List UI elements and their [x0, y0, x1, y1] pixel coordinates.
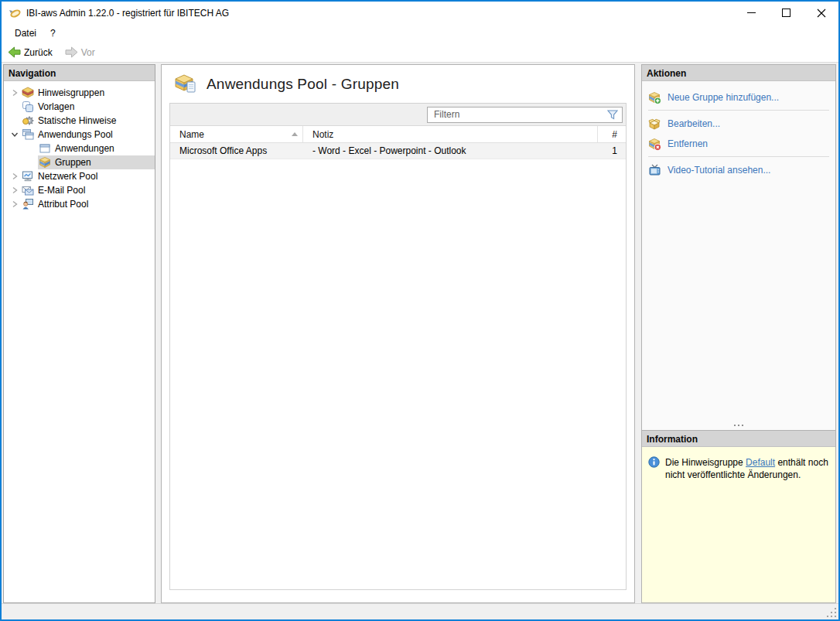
- back-button[interactable]: Zurück: [5, 45, 55, 60]
- table-row[interactable]: Microsoft Office Apps - Word - Excel - P…: [170, 143, 626, 159]
- tree-item-gruppen[interactable]: Gruppen: [4, 155, 155, 169]
- page-title: Anwendungs Pool - Gruppen: [207, 76, 399, 93]
- forward-button[interactable]: Vor: [63, 45, 97, 60]
- tree-item-hinweisgruppen[interactable]: Hinweisgruppen: [4, 86, 155, 100]
- close-icon: [817, 9, 826, 18]
- templates-icon: [22, 101, 34, 113]
- tree-item-label: Hinweisgruppen: [38, 87, 104, 98]
- forward-arrow-icon: [65, 46, 78, 58]
- action-video-tutorial[interactable]: Video-Tutorial ansehen...: [648, 160, 829, 180]
- menu-item-help[interactable]: ?: [43, 26, 63, 41]
- tree-item-label: Anwendungen: [55, 143, 114, 154]
- tree-item-label: Gruppen: [55, 157, 91, 168]
- info-icon: [648, 456, 660, 468]
- edit-group-icon: [648, 118, 661, 131]
- column-header-count[interactable]: #: [598, 126, 626, 142]
- tree-item-email-pool[interactable]: E-Mail Pool: [4, 183, 155, 197]
- action-add-group[interactable]: Neue Gruppe hinzufügen...: [648, 87, 829, 107]
- filter-box: [427, 107, 623, 123]
- cell-name: Microsoft Office Apps: [170, 145, 303, 156]
- tree-item-label: Anwendungs Pool: [38, 129, 113, 140]
- application-pool-icon: [22, 128, 34, 141]
- tree-item-vorlagen[interactable]: Vorlagen: [4, 100, 155, 114]
- actions-panel: Aktionen: [641, 64, 836, 431]
- back-arrow-icon: [8, 46, 21, 58]
- groups-table: Name Notiz # Microsoft Office Apps - Wor…: [169, 103, 627, 590]
- tree-item-label: Vorlagen: [38, 101, 74, 112]
- cell-notiz: - Word - Excel - Powerpoint - Outlook: [303, 145, 598, 156]
- tree-item-label: Netzwerk Pool: [38, 171, 97, 182]
- tree-item-anwendungs-pool[interactable]: Anwendungs Pool: [4, 128, 155, 142]
- column-header-label: #: [612, 129, 617, 140]
- actions-separator: [648, 156, 829, 157]
- action-label: Entfernen: [668, 138, 708, 149]
- filter-icon[interactable]: [607, 110, 618, 120]
- actions-panel-header: Aktionen: [642, 65, 835, 81]
- tree-item-statische-hinweise[interactable]: Statische Hinweise: [4, 114, 155, 128]
- column-header-label: Notiz: [312, 129, 333, 140]
- remove-group-icon: [648, 138, 661, 151]
- attribute-pool-icon: [22, 198, 34, 210]
- tree-item-label: Attribut Pool: [38, 199, 88, 210]
- cell-count: 1: [598, 145, 626, 156]
- main-panel: Anwendungs Pool - Gruppen: [161, 64, 635, 603]
- filter-bar: [170, 104, 626, 126]
- forward-label: Vor: [81, 47, 95, 58]
- menu-item-datei[interactable]: Datei: [8, 26, 43, 41]
- chevron-collapsed-icon[interactable]: [9, 198, 21, 210]
- tree-item-netzwerk-pool[interactable]: Netzwerk Pool: [4, 169, 155, 183]
- actions-separator: [648, 110, 829, 111]
- close-button[interactable]: [804, 2, 838, 24]
- groups-icon: [39, 156, 51, 169]
- maximize-button[interactable]: [769, 2, 804, 24]
- notice-groups-icon: [22, 87, 34, 99]
- resize-grip[interactable]: [827, 608, 837, 618]
- nav-main-splitter[interactable]: [155, 64, 161, 603]
- sort-ascending-icon: [292, 132, 298, 136]
- maximize-icon: [782, 9, 790, 17]
- app-icon: [8, 7, 22, 19]
- column-header-label: Name: [179, 129, 204, 140]
- applications-icon: [39, 142, 51, 155]
- video-tutorial-icon: [648, 164, 661, 177]
- minimize-button[interactable]: [734, 2, 769, 24]
- default-group-link[interactable]: Default: [746, 457, 775, 468]
- action-label: Neue Gruppe hinzufügen...: [668, 92, 779, 103]
- action-remove[interactable]: Entfernen: [648, 134, 829, 154]
- navigation-panel: Navigation Hinweis: [3, 64, 155, 603]
- content-area: Navigation Hinweis: [2, 63, 838, 603]
- status-bar: [2, 603, 838, 619]
- tree-item-label: E-Mail Pool: [38, 185, 85, 196]
- action-label: Video-Tutorial ansehen...: [668, 165, 770, 176]
- minimize-icon: [747, 9, 756, 17]
- navigation-toolbar: Zurück Vor: [2, 43, 838, 63]
- navigation-panel-header: Navigation: [4, 65, 155, 81]
- column-header-notiz[interactable]: Notiz: [303, 126, 598, 142]
- email-pool-icon: [22, 184, 34, 196]
- menu-bar: Datei ?: [2, 24, 838, 43]
- title-bar: IBI-aws Admin 1.22.0 - registriert für I…: [2, 2, 838, 24]
- static-notices-icon: [22, 114, 34, 127]
- chevron-expanded-icon[interactable]: [9, 128, 21, 141]
- chevron-collapsed-icon[interactable]: [9, 170, 21, 183]
- app-window: IBI-aws Admin 1.22.0 - registriert für I…: [0, 0, 840, 621]
- column-header-name[interactable]: Name: [170, 126, 303, 142]
- filter-input[interactable]: [428, 108, 607, 121]
- navigation-tree: Hinweisgruppen Vorlagen: [4, 81, 155, 211]
- tree-item-attribut-pool[interactable]: Attribut Pool: [4, 197, 155, 211]
- main-actions-splitter[interactable]: [635, 64, 641, 603]
- tree-item-anwendungen[interactable]: Anwendungen: [4, 142, 155, 155]
- information-message: Die Hinweisgruppe Default enthält noch n…: [665, 456, 829, 481]
- table-header-row: Name Notiz #: [170, 126, 626, 143]
- back-label: Zurück: [24, 47, 53, 58]
- table-empty-area: [170, 159, 626, 589]
- selected-tree-row: Gruppen: [38, 155, 155, 169]
- information-panel: Information Die Hinweisgruppe Default en…: [641, 431, 836, 603]
- group-package-icon: [174, 73, 197, 94]
- chevron-collapsed-icon[interactable]: [9, 184, 21, 196]
- page-title-block: Anwendungs Pool - Gruppen: [162, 65, 634, 101]
- chevron-collapsed-icon[interactable]: [9, 87, 21, 99]
- right-column: Aktionen: [641, 64, 836, 603]
- action-edit[interactable]: Bearbeiten...: [648, 114, 829, 134]
- panel-splitter-handle[interactable]: [642, 421, 835, 430]
